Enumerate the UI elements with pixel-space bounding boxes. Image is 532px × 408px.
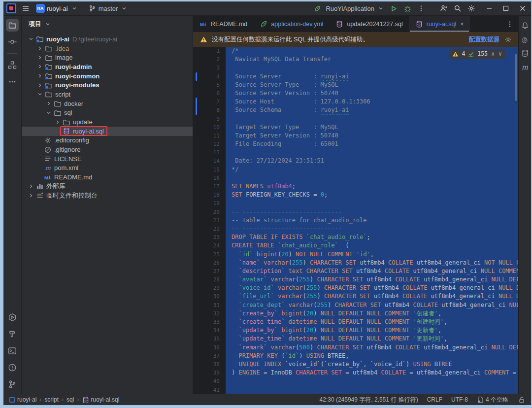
- db-file-icon: [82, 396, 89, 404]
- code-line: 12 File Encoding : 65001: [193, 140, 518, 148]
- db-file-icon: [335, 20, 344, 28]
- folder-icon: [53, 100, 62, 107]
- tree-item-xxx[interactable]: 外部库: [22, 182, 193, 191]
- tree-item-xxxxxxxx[interactable]: 临时文件和控制台: [22, 191, 193, 201]
- close-button[interactable]: [514, 1, 531, 15]
- indent-widget[interactable]: 4 个空格: [477, 396, 508, 404]
- breadcrumb-label: sql: [66, 396, 74, 403]
- maven-tool-icon[interactable]: m: [521, 63, 530, 71]
- code-line: 18SET FOREIGN_KEY_CHECKS = 0;: [193, 191, 518, 199]
- configure-datasource-link[interactable]: 配置数据源: [469, 35, 500, 44]
- breadcrumb-item[interactable]: ruoyi-ai: [8, 396, 36, 404]
- breadcrumb-item[interactable]: script: [44, 396, 59, 403]
- chev-closed-icon[interactable]: [35, 54, 44, 62]
- chev-closed-icon[interactable]: [35, 81, 44, 89]
- tab-options-kebab-icon[interactable]: [505, 20, 514, 28]
- encoding-widget[interactable]: UTF-8: [451, 396, 468, 403]
- activity-problems-button[interactable]: [6, 361, 19, 374]
- tree-item-script[interactable]: script: [22, 90, 193, 99]
- minimize-button[interactable]: [481, 1, 498, 15]
- line-ending-widget[interactable]: CRLF: [427, 396, 442, 403]
- breadcrumb-item[interactable]: ruoyi-ai.sql: [82, 396, 119, 404]
- tree-item-ruoyi-ai[interactable]: ruoyi-aiD:\gitee\ruoyi-ai: [22, 34, 193, 44]
- tree-item-docker[interactable]: docker: [22, 99, 193, 108]
- editor-tab-update20241227.sql[interactable]: update20241227.sql: [329, 16, 408, 32]
- notifications-bell-icon[interactable]: [521, 22, 530, 30]
- chev-open-icon[interactable]: [27, 35, 35, 43]
- chev-closed-icon[interactable]: [27, 192, 35, 200]
- chev-closed-icon[interactable]: [35, 63, 44, 70]
- activity-more-button[interactable]: [6, 75, 19, 88]
- chevron-down-icon: [120, 4, 129, 12]
- vcs-change-marker: [196, 72, 197, 81]
- tree-item-label: sql: [64, 109, 72, 116]
- tree-item-.idea[interactable]: .idea: [22, 44, 193, 53]
- tab-label: application-dev.yml: [271, 21, 323, 28]
- main-menu-hamburger-icon[interactable]: [21, 4, 30, 12]
- status-bar: ruoyi-ai›script›sql›ruoyi-ai.sql 42:30 (…: [3, 394, 531, 405]
- chev-closed-icon[interactable]: [53, 118, 62, 126]
- debug-button[interactable]: [403, 4, 412, 12]
- code-line: 16: [193, 174, 518, 182]
- ai-assistant-icon[interactable]: [521, 35, 530, 43]
- database-tool-icon[interactable]: [521, 49, 530, 57]
- run-configuration-selector[interactable]: RuoYiApplication: [323, 3, 388, 14]
- tree-item-ruoyi-admin[interactable]: ruoyi-admin: [22, 62, 193, 71]
- inspections-widget[interactable]: 4 155 ∧∨: [449, 49, 505, 59]
- lock-open-icon[interactable]: [517, 396, 526, 404]
- chev-closed-icon[interactable]: [35, 72, 44, 80]
- project-widget[interactable]: RA ruoyi-ai: [33, 2, 82, 14]
- markdown-file-icon: M: [199, 20, 208, 28]
- tree-item-ruoyi-ai.sql[interactable]: ruoyi-ai.sql: [22, 127, 193, 136]
- folder-icon: [62, 118, 71, 126]
- svg-text:M: M: [200, 21, 204, 27]
- folder-module-icon: [44, 63, 53, 70]
- tree-item-ruoyi-common[interactable]: ruoyi-common: [22, 71, 193, 81]
- tree-item-ruoyi-modules[interactable]: ruoyi-modules: [22, 80, 193, 90]
- maximize-button[interactable]: [498, 1, 514, 15]
- tree-item-image[interactable]: image: [22, 53, 193, 62]
- chev-open-icon[interactable]: [35, 90, 44, 98]
- editor-scrollbar[interactable]: [515, 54, 517, 101]
- tree-item-update[interactable]: update: [22, 117, 193, 127]
- breadcrumb-item[interactable]: sql: [66, 396, 74, 403]
- activity-build-hammer-button[interactable]: [6, 328, 19, 340]
- caret-position-widget[interactable]: 42:30 (245949 字符, 2,551 行 换行符): [320, 396, 418, 404]
- banner-settings-gear-icon[interactable]: [503, 35, 512, 43]
- chev-closed-icon[interactable]: [27, 182, 35, 190]
- activity-git-branch-button[interactable]: [6, 378, 19, 391]
- editor-tab-README.md[interactable]: MREADME.md: [193, 16, 253, 32]
- folder-icon: [44, 90, 53, 98]
- run-button[interactable]: [389, 4, 398, 12]
- tree-item-README.md[interactable]: MREADME.md: [22, 172, 193, 182]
- tree-item-LICENSE[interactable]: LICENSE: [22, 154, 193, 164]
- tab-label: ruoyi-ai.sql: [427, 21, 456, 28]
- chevron-down-icon[interactable]: [43, 20, 52, 28]
- search-everywhere-button[interactable]: [453, 4, 462, 12]
- settings-button[interactable]: [467, 4, 476, 12]
- tree-item-pom.xml[interactable]: mpom.xml: [22, 164, 193, 173]
- code-with-me-button[interactable]: [439, 4, 448, 12]
- title-bar: RA ruoyi-ai master RuoYiApplication: [3, 1, 531, 16]
- activity-terminal-button[interactable]: [6, 344, 19, 357]
- tree-item-.editorconfig[interactable]: .editorconfig: [22, 136, 193, 145]
- editor-tab-application-dev.yml[interactable]: application-dev.yml: [253, 16, 329, 32]
- code-line: 22-- ----------------------------: [193, 225, 518, 233]
- code-editor[interactable]: 4 155 ∧∨ 1/*2 Navicat MySQL Data Transfe…: [193, 47, 518, 394]
- more-run-actions-button[interactable]: [417, 4, 426, 12]
- tree-item-.gitignore[interactable]: .gitignore: [22, 145, 193, 154]
- activity-commit-button[interactable]: [6, 35, 19, 48]
- tree-item-path: D:\gitee\ruoyi-ai: [72, 35, 117, 43]
- activity-project-folder-button[interactable]: [6, 19, 19, 32]
- activity-structure-button[interactable]: [6, 59, 19, 71]
- editor-tab-ruoyi-ai.sql[interactable]: ruoyi-ai.sql×: [409, 16, 470, 32]
- chev-closed-icon[interactable]: [44, 100, 53, 107]
- tab-close-icon[interactable]: ×: [460, 20, 464, 28]
- project-tool-window: 项目 ruoyi-aiD:\gitee\ruoyi-ai.ideaimageru…: [22, 16, 193, 394]
- git-branch-widget[interactable]: master: [85, 3, 132, 14]
- tree-item-sql[interactable]: sql: [22, 108, 193, 118]
- chev-open-icon[interactable]: [44, 109, 53, 117]
- chev-closed-icon[interactable]: [35, 44, 44, 52]
- activity-services-button[interactable]: [6, 311, 19, 324]
- code-line: 25 `id` bigint(20) NOT NULL COMMENT 'id'…: [193, 250, 518, 259]
